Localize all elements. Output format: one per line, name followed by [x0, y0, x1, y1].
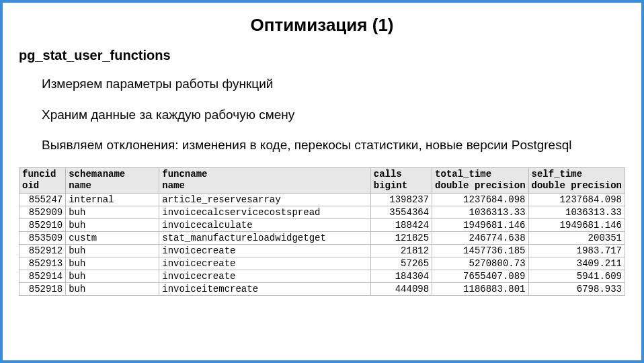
cell-funcid: 852910 — [19, 218, 66, 231]
point: Измеряем параметры работы функций — [42, 75, 625, 93]
cell-funcname: invoicecreate — [159, 270, 371, 282]
point: Храним данные за каждую рабочую смену — [42, 106, 625, 124]
slide-title: Оптимизация (1) — [19, 15, 625, 36]
cell-funcname: article_reservesarray — [159, 193, 371, 206]
col-total-time: total_time double precision — [432, 167, 528, 193]
cell-total-time: 7655407.089 — [432, 270, 528, 282]
col-calls: calls bigint — [370, 167, 432, 193]
table-row: 852918buhinvoiceitemcreate4440981186883.… — [19, 282, 625, 295]
table-row: 853509custmstat_manufactureloadwidgetget… — [19, 231, 625, 244]
cell-schemaname: buh — [66, 206, 159, 218]
table-row: 855247internalarticle_reservesarray13982… — [19, 193, 625, 206]
cell-funcid: 852914 — [19, 270, 66, 282]
slide-content: Оптимизация (1) pg_stat_user_functions И… — [3, 3, 641, 302]
cell-total-time: 1186883.801 — [432, 282, 528, 295]
subtitle: pg_stat_user_functions — [19, 48, 625, 63]
cell-schemaname: buh — [66, 257, 159, 270]
table-row: 852910buhinvoicecalculate1884241949681.1… — [19, 218, 625, 231]
stats-table-wrap: funcid oid schemaname name funcname name… — [19, 167, 625, 296]
cell-calls: 188424 — [370, 218, 432, 231]
cell-funcname: invoicecreate — [159, 244, 371, 257]
cell-calls: 57265 — [370, 257, 432, 270]
cell-calls: 21812 — [370, 244, 432, 257]
cell-self-time: 200351 — [528, 231, 625, 244]
cell-total-time: 1949681.146 — [432, 218, 528, 231]
cell-funcid: 853509 — [19, 231, 66, 244]
cell-total-time: 1036313.33 — [432, 206, 528, 218]
cell-schemaname: buh — [66, 282, 159, 295]
cell-self-time: 1237684.098 — [528, 193, 625, 206]
title-number: (1) — [372, 15, 394, 35]
cell-funcname: invoicecreate — [159, 257, 371, 270]
cell-funcname: invoiceitemcreate — [159, 282, 371, 295]
cell-calls: 121825 — [370, 231, 432, 244]
cell-self-time: 1036313.33 — [528, 206, 625, 218]
cell-funcid: 852918 — [19, 282, 66, 295]
table-row: 852909buhinvoicecalcservicecostspread355… — [19, 206, 625, 218]
cell-funcname: stat_manufactureloadwidgetget — [159, 231, 371, 244]
col-funcname: funcname name — [159, 167, 371, 193]
cell-funcid: 855247 — [19, 193, 66, 206]
cell-schemaname: buh — [66, 218, 159, 231]
cell-schemaname: buh — [66, 244, 159, 257]
table-row: 852914buhinvoicecreate1843047655407.0895… — [19, 270, 625, 282]
cell-self-time: 1983.717 — [528, 244, 625, 257]
table-header-row: funcid oid schemaname name funcname name… — [19, 167, 625, 193]
cell-funcname: invoicecalculate — [159, 218, 371, 231]
col-funcid: funcid oid — [19, 167, 66, 193]
cell-self-time: 5941.609 — [528, 270, 625, 282]
stats-table: funcid oid schemaname name funcname name… — [19, 167, 625, 296]
cell-schemaname: custm — [66, 231, 159, 244]
cell-calls: 444098 — [370, 282, 432, 295]
bullet-points: Измеряем параметры работы функций Храним… — [19, 75, 625, 154]
cell-total-time: 5270800.73 — [432, 257, 528, 270]
title-bold: Оптимизация — [250, 15, 367, 35]
cell-funcname: invoicecalcservicecostspread — [159, 206, 371, 218]
cell-total-time: 246774.638 — [432, 231, 528, 244]
cell-self-time: 1949681.146 — [528, 218, 625, 231]
table-row: 852913buhinvoicecreate572655270800.73340… — [19, 257, 625, 270]
col-self-time: self_time double precision — [528, 167, 625, 193]
cell-schemaname: internal — [66, 193, 159, 206]
cell-funcid: 852909 — [19, 206, 66, 218]
cell-schemaname: buh — [66, 270, 159, 282]
col-schemaname: schemaname name — [66, 167, 159, 193]
cell-funcid: 852912 — [19, 244, 66, 257]
point: Выявляем отклонения: изменения в коде, п… — [42, 136, 625, 154]
cell-calls: 1398237 — [370, 193, 432, 206]
cell-self-time: 3409.211 — [528, 257, 625, 270]
cell-calls: 3554364 — [370, 206, 432, 218]
cell-total-time: 1237684.098 — [432, 193, 528, 206]
table-row: 852912buhinvoicecreate218121457736.18519… — [19, 244, 625, 257]
cell-calls: 184304 — [370, 270, 432, 282]
cell-total-time: 1457736.185 — [432, 244, 528, 257]
cell-funcid: 852913 — [19, 257, 66, 270]
cell-self-time: 6798.933 — [528, 282, 625, 295]
